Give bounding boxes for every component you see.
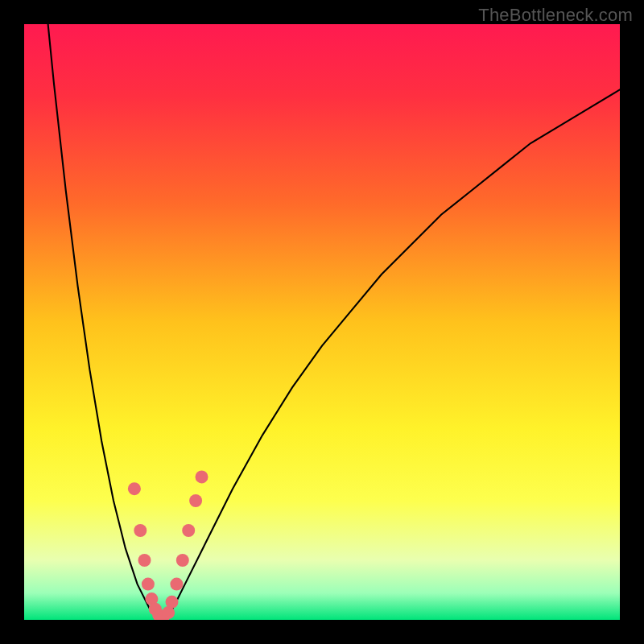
marker-dot xyxy=(189,494,202,507)
marker-dot xyxy=(170,578,183,591)
marker-dot xyxy=(138,554,151,567)
chart-frame: TheBottleneck.com xyxy=(0,0,644,644)
marker-dot xyxy=(196,470,208,483)
marker-dot xyxy=(182,524,195,537)
gradient-background xyxy=(24,24,620,620)
marker-dot xyxy=(128,482,141,495)
marker-dot xyxy=(176,554,189,567)
marker-dot xyxy=(134,524,147,537)
plot-area xyxy=(24,24,620,620)
marker-dot xyxy=(166,596,179,609)
chart-svg xyxy=(24,24,620,620)
watermark-text: TheBottleneck.com xyxy=(478,5,633,26)
marker-dot xyxy=(142,578,155,591)
